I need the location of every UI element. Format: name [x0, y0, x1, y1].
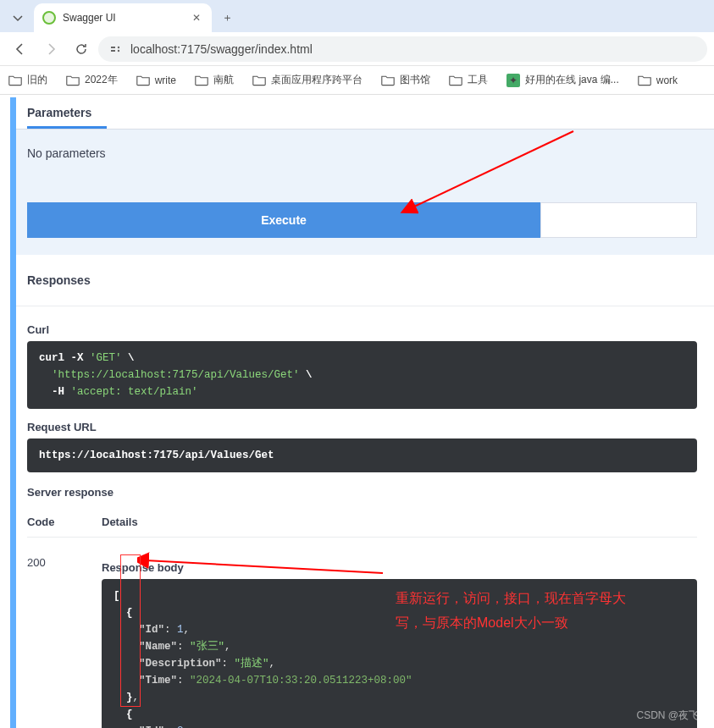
reload-icon — [77, 44, 86, 53]
browser-chrome: Swagger UI ✕ ＋ localhost:7175/swagger/in… — [0, 0, 714, 95]
bookmark-label: 2022年 — [85, 73, 118, 87]
bookmark-item[interactable]: 图书馆 — [381, 73, 430, 87]
arrow-right-icon — [49, 44, 54, 54]
reload-button[interactable] — [68, 36, 95, 63]
bookmark-label: 南航 — [213, 73, 234, 87]
page-icon: ✦ — [506, 74, 520, 87]
address-bar[interactable]: localhost:7175/swagger/index.html — [98, 36, 707, 62]
clear-button[interactable] — [540, 202, 697, 238]
bookmark-label: 旧的 — [27, 73, 47, 87]
bookmark-label: 好用的在线 java 编... — [525, 73, 619, 87]
curl-label: Curl — [27, 323, 697, 336]
svg-point-2 — [118, 46, 119, 47]
request-url-code[interactable]: https://localhost:7175/api/Values/Get — [27, 438, 697, 472]
bookmark-item[interactable]: 南航 — [195, 73, 234, 87]
annotation-text: 重新运行，访问，接口，现在首字母大 写，与原本的Model大小一致 — [396, 587, 700, 636]
tab-title: Swagger UI — [63, 12, 183, 24]
bookmark-item[interactable]: ✦好用的在线 java 编... — [506, 73, 619, 87]
back-button[interactable] — [7, 36, 34, 63]
status-code: 200 — [27, 556, 102, 728]
parameters-header: Parameters — [10, 97, 714, 119]
bookmarks-bar: 旧的2022年write南航桌面应用程序跨平台图书馆工具✦好用的在线 java … — [0, 66, 714, 95]
execute-button[interactable]: Execute — [27, 202, 540, 238]
bookmark-item[interactable]: 旧的 — [8, 73, 47, 87]
swagger-favicon — [42, 11, 56, 25]
bookmark-label: 图书馆 — [400, 73, 430, 87]
bookmark-item[interactable]: 工具 — [449, 73, 488, 87]
arrow-left-icon — [17, 44, 22, 54]
bookmark-label: 工具 — [468, 73, 488, 87]
new-tab-button[interactable]: ＋ — [215, 6, 239, 30]
server-response-label: Server response — [27, 486, 697, 499]
operation-stripe — [10, 97, 16, 728]
responses-header: Responses — [10, 255, 714, 306]
code-column-header: Code — [27, 516, 102, 528]
bookmark-label: work — [656, 74, 678, 86]
svg-rect-1 — [111, 50, 115, 52]
svg-rect-0 — [111, 47, 115, 48]
watermark: CSDN @夜飞鼠 — [636, 709, 709, 723]
bookmark-item[interactable]: 桌面应用程序跨平台 — [252, 73, 363, 87]
bookmark-item[interactable]: 2022年 — [66, 73, 118, 87]
bookmark-item[interactable]: write — [136, 74, 176, 86]
parameters-active-underline — [27, 126, 107, 129]
request-url-label: Request URL — [27, 421, 697, 433]
chevron-down-icon — [14, 16, 22, 20]
close-icon[interactable]: ✕ — [190, 11, 203, 25]
details-column-header: Details — [102, 516, 697, 528]
bookmark-item[interactable]: work — [638, 74, 678, 86]
response-body-label: Response body — [102, 561, 697, 574]
bookmark-label: write — [155, 74, 176, 86]
curl-code[interactable]: curl -X 'GET' \ 'https://localhost:7175/… — [27, 341, 697, 409]
svg-point-3 — [118, 49, 119, 51]
tabs-menu-button[interactable] — [5, 6, 30, 30]
swagger-content: Parameters No parameters Execute Respons… — [10, 97, 714, 728]
url-text: localhost:7175/swagger/index.html — [130, 42, 313, 56]
no-parameters-label: No parameters — [27, 146, 697, 160]
forward-button — [37, 36, 64, 63]
browser-tab[interactable]: Swagger UI ✕ — [34, 3, 212, 32]
site-info-icon[interactable] — [108, 41, 124, 57]
bookmark-label: 桌面应用程序跨平台 — [271, 73, 363, 87]
